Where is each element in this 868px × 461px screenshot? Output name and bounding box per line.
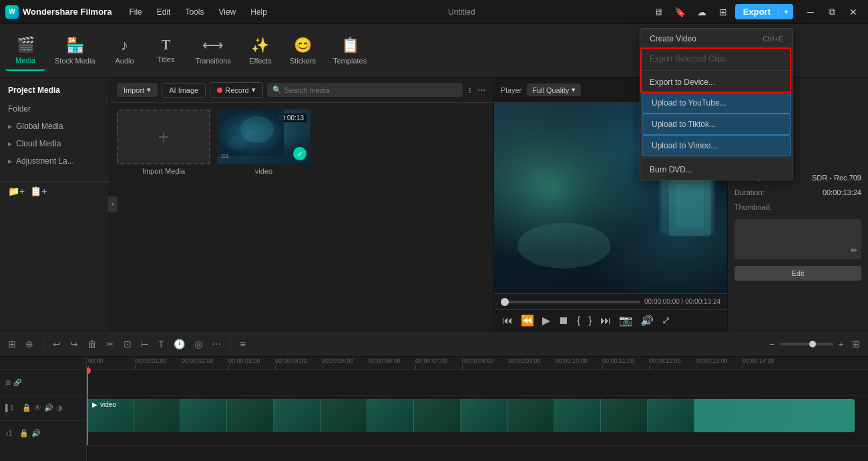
quality-select[interactable]: Full Quality ▾ (527, 84, 581, 96)
mark-out-btn[interactable]: } (587, 313, 593, 328)
ai-image-button[interactable]: AI Image (162, 83, 206, 98)
audio-lock-icon[interactable]: 🔒 (19, 429, 29, 438)
tl-redo[interactable]: ↪ (67, 337, 81, 351)
ruler-2: 00:00:02:00 (180, 357, 227, 369)
tl-magnet[interactable]: ⊕ (23, 337, 36, 351)
import-button[interactable]: Import ▾ (117, 83, 158, 97)
zoom-slider[interactable] (780, 343, 833, 345)
tl-undo[interactable]: ↩ (50, 337, 63, 351)
record-button[interactable]: Record ▾ (210, 82, 262, 98)
svg-point-7 (517, 223, 611, 269)
import-media-item[interactable]: + Import Media (117, 110, 210, 175)
tl-clock[interactable]: 🕐 (171, 337, 188, 351)
video-mute-icon[interactable]: 🔊 (44, 404, 53, 412)
tl-circle[interactable]: ◎ (192, 337, 205, 351)
video-lock-icon[interactable]: 🔒 (22, 404, 31, 412)
clip-thumb-8 (414, 399, 461, 432)
tl-text[interactable]: T (156, 337, 167, 351)
snapshot-btn[interactable]: 📷 (618, 313, 634, 328)
toolbar-stock-media[interactable]: 🏪 Stock Media (47, 31, 103, 70)
tl-delete[interactable]: 🗑 (85, 337, 99, 351)
add-folder-icon[interactable]: 📁+ (8, 186, 25, 196)
sidebar-collapse-btn[interactable]: ‹ (108, 196, 118, 212)
menu-edit[interactable]: Edit (150, 5, 178, 19)
fullscreen-btn[interactable]: ⤢ (660, 313, 672, 328)
grid-icon[interactable]: ⊞ (714, 4, 732, 20)
toolbar-audio[interactable]: ♪ Audio (105, 31, 145, 70)
sidebar-item-global-media[interactable]: ▶ Global Media (0, 118, 110, 135)
menu-help[interactable]: Help (244, 5, 274, 19)
cloud-icon[interactable]: ☁ (692, 4, 711, 20)
toolbar-templates[interactable]: 📋 Templates (325, 31, 375, 70)
audio-btn[interactable]: 🔊 (639, 313, 655, 328)
dropdown-upload-tiktok[interactable]: Upload to Tiktok... (642, 114, 791, 135)
video-clip[interactable]: ▶ video (87, 399, 855, 432)
grid-view-btn[interactable]: ⊞ (849, 337, 863, 351)
video-media-item[interactable]: 00:00:13 (217, 110, 310, 175)
duration-value: 00:00:13:24 (823, 188, 861, 196)
dropdown-burn-dvd[interactable]: Burn DVD... (640, 160, 793, 180)
dropdown-export-device[interactable]: Export to Device... (640, 72, 793, 92)
timeline-toolbar: ⊞ ⊕ ↩ ↪ 🗑 ✂ ⊡ ⊢ T 🕐 ◎ ⋯ ≡ − + ⊞ (0, 331, 868, 357)
audio-mute-icon[interactable]: 🔊 (31, 429, 41, 438)
filter-icon[interactable]: ⫶ (467, 84, 473, 96)
menu-tools[interactable]: Tools (178, 5, 210, 19)
tl-trim[interactable]: ⊢ (138, 337, 152, 351)
video-hide-icon[interactable]: 👁 (34, 404, 41, 412)
arrow-icon-2: ▶ (8, 141, 12, 147)
sidebar-title: Project Media (8, 86, 60, 95)
search-bar[interactable]: 🔍 (267, 83, 463, 97)
export-arrow[interactable]: ▾ (779, 5, 793, 18)
toolbar-media[interactable]: 🎬 Media (5, 31, 45, 71)
minimize-button[interactable]: ─ (801, 4, 820, 20)
tl-more-2[interactable]: ≡ (238, 337, 248, 351)
menu-file[interactable]: File (122, 5, 148, 19)
sidebar-item-adjustment[interactable]: ▶ Adjustment La... (0, 152, 110, 170)
clip-prev-btn[interactable]: ⏭ (599, 313, 612, 328)
export-button[interactable]: Export ▾ Create Video Ctrl+E Export Sele… (735, 4, 793, 19)
play-btn[interactable]: ▶ (541, 313, 552, 328)
restore-button[interactable]: ⧉ (823, 4, 841, 20)
search-input[interactable] (284, 86, 457, 94)
video-solo-icon[interactable]: ◑ (56, 404, 63, 412)
audio-track-area (87, 446, 868, 461)
close-button[interactable]: ✕ (844, 4, 863, 20)
toolbar-titles[interactable]: T Titles (146, 32, 186, 69)
menu-view[interactable]: View (212, 5, 242, 19)
dropdown-create-video[interactable]: Create Video Ctrl+E (640, 29, 793, 49)
more-icon[interactable]: ⋯ (476, 84, 487, 96)
add-item-icon[interactable]: 📋+ (30, 186, 47, 196)
timeline-ruler: 00:00 00:00:01:00 00:00:02:00 00:00:03:0… (87, 357, 868, 370)
ruler-10: 00:00:10:00 (554, 357, 601, 369)
clip-thumb-6 (320, 399, 367, 432)
sidebar-item-folder[interactable]: Folder (0, 100, 110, 118)
zoom-out-btn[interactable]: − (767, 337, 777, 351)
frame-back-btn[interactable]: ⏪ (519, 313, 535, 328)
audio-track-number: ♪1 (5, 430, 13, 437)
monitor-icon[interactable]: 🖥 (650, 4, 668, 20)
create-video-label: Create Video (650, 34, 696, 43)
video-preview-svg (217, 110, 284, 156)
toolbar-stickers[interactable]: 😊 Stickers (282, 31, 324, 70)
toolbar-transitions[interactable]: ⟷ Transitions (188, 31, 239, 70)
tl-add-track[interactable]: ⊞ (5, 337, 19, 351)
tl-sep-2 (230, 337, 231, 351)
skip-back-btn[interactable]: ⏮ (501, 313, 514, 328)
sidebar-item-cloud-media[interactable]: ▶ Cloud Media (0, 135, 110, 152)
edit-button[interactable]: Edit (734, 266, 861, 281)
tl-more-1[interactable]: ⋯ (209, 337, 224, 351)
zoom-in-btn[interactable]: + (836, 337, 847, 351)
stop-btn[interactable]: ⏹ (557, 313, 570, 328)
bookmark-icon[interactable]: 🔖 (671, 4, 690, 20)
tl-scissors[interactable]: ✂ (103, 337, 117, 351)
mark-in-btn[interactable]: { (576, 313, 582, 328)
playhead-bar[interactable] (501, 301, 640, 303)
toolbar-effects[interactable]: ✨ Effects (240, 31, 280, 70)
thumbnail-edit-icon[interactable]: ✏ (851, 246, 857, 255)
ruler-12: 00:00:12:00 (648, 357, 694, 369)
dropdown-upload-vimeo[interactable]: Upload to Vimeo... (642, 135, 791, 156)
clip-name: video (100, 401, 116, 408)
dropdown-upload-youtube[interactable]: Upload to YouTube... (642, 92, 791, 114)
stickers-label: Stickers (290, 57, 316, 65)
tl-crop[interactable]: ⊡ (121, 337, 134, 351)
